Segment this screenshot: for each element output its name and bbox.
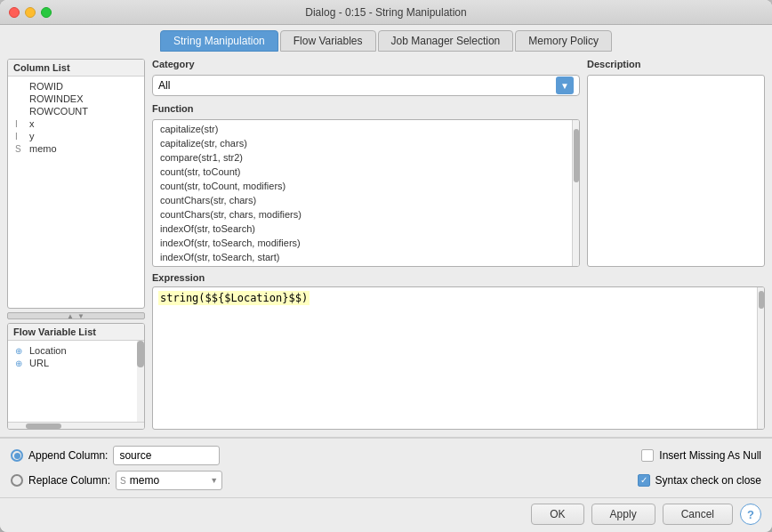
append-column-group: Append Column: xyxy=(11,446,220,465)
expression-section: Expression string($${$Location}$$) xyxy=(152,272,765,430)
right-panel: Category All ▼ Function capitalize(str) … xyxy=(152,59,765,430)
category-select-arrow: ▼ xyxy=(556,77,574,94)
column-list-label: Column List xyxy=(8,60,144,77)
cancel-button[interactable]: Cancel xyxy=(663,504,733,525)
bottom-controls: Append Column: Insert Missing As Null Re… xyxy=(0,438,772,497)
rowid-label: ROWID xyxy=(29,81,63,92)
description-col: Description xyxy=(587,59,765,267)
category-function-col: Category All ▼ Function capitalize(str) … xyxy=(152,59,580,267)
list-item[interactable]: I x xyxy=(10,117,142,130)
y-icon: I xyxy=(15,132,26,141)
x-label: x xyxy=(29,118,35,129)
func-item[interactable]: indexOf(str, toSearch) xyxy=(153,222,572,236)
flow-variable-list-label: Flow Variable List xyxy=(8,324,144,341)
tab-flow-variables[interactable]: Flow Variables xyxy=(280,30,376,52)
func-item[interactable]: count(str, toCount, modifiers) xyxy=(153,179,572,193)
column-list-content: ROWID ROWINDEX ROWCOUNT I x xyxy=(8,77,144,308)
resize-handle[interactable]: ▲ ▼ xyxy=(7,312,145,319)
controls-row2: Replace Column: S memo ▼ Syntax check on… xyxy=(11,471,761,490)
description-label: Description xyxy=(587,59,765,69)
flow-variable-list-box: Flow Variable List ⊕ Location ⊕ URL xyxy=(7,323,145,430)
func-item[interactable]: capitalize(str, chars) xyxy=(153,136,572,150)
replace-column-label: Replace Column: xyxy=(28,474,110,487)
func-item[interactable]: count(str, toCount) xyxy=(153,165,572,179)
function-scrollbar-thumb xyxy=(574,129,579,182)
expression-value: string($${$Location}$$) xyxy=(158,291,310,305)
expression-label: Expression xyxy=(152,272,765,283)
window-title: Dialog - 0:15 - String Manipulation xyxy=(305,6,466,19)
url-label: URL xyxy=(29,358,49,368)
flow-var-url[interactable]: ⊕ URL xyxy=(10,357,142,369)
window: Dialog - 0:15 - String Manipulation Stri… xyxy=(0,0,772,532)
flow-scrollbar-track xyxy=(137,341,144,422)
ok-button[interactable]: OK xyxy=(531,504,583,525)
url-icon: ⊕ xyxy=(15,359,26,368)
controls-row1: Append Column: Insert Missing As Null xyxy=(11,446,761,465)
list-item[interactable]: ROWID xyxy=(10,80,142,93)
rowindex-label: ROWINDEX xyxy=(29,93,84,104)
flow-list-scroll: ⊕ Location ⊕ URL xyxy=(8,341,144,422)
minimize-button[interactable] xyxy=(25,7,36,18)
function-list: capitalize(str) capitalize(str, chars) c… xyxy=(153,120,572,266)
flow-hscroll xyxy=(8,422,144,429)
expression-scrollbar xyxy=(757,287,764,429)
y-label: y xyxy=(29,131,35,141)
replace-column-select[interactable]: S memo ▼ xyxy=(116,471,222,490)
function-scrollbar xyxy=(572,120,579,266)
x-icon: I xyxy=(15,119,26,129)
syntax-check-label: Syntax check on close xyxy=(655,474,761,487)
function-list-box: capitalize(str) capitalize(str, chars) c… xyxy=(152,119,580,267)
insert-missing-checkbox[interactable] xyxy=(641,449,654,462)
replace-column-value: memo xyxy=(130,474,206,487)
expression-inner[interactable]: string($${$Location}$$) xyxy=(153,287,757,429)
tab-job-manager-selection[interactable]: Job Manager Selection xyxy=(378,30,514,52)
flow-hscroll-thumb xyxy=(26,423,61,429)
func-item[interactable]: capitalize(str) xyxy=(153,122,572,136)
maximize-button[interactable] xyxy=(41,7,52,18)
expression-box: string($${$Location}$$) xyxy=(152,286,765,430)
syntax-check-checkbox[interactable] xyxy=(638,474,650,487)
list-item[interactable]: ROWCOUNT xyxy=(10,105,142,117)
left-panel: Column List ROWID ROWINDEX ROWCOUNT xyxy=(7,59,145,430)
memo-icon: S xyxy=(15,144,26,154)
func-item[interactable]: compare(str1, str2) xyxy=(153,150,572,165)
replace-column-radio[interactable] xyxy=(11,474,23,487)
flow-scrollbar-thumb xyxy=(137,341,144,367)
insert-missing-group: Insert Missing As Null xyxy=(641,449,761,462)
category-value: All xyxy=(158,79,556,92)
func-item[interactable]: countChars(str, chars) xyxy=(153,193,572,207)
traffic-lights xyxy=(9,7,52,18)
func-item[interactable]: indexOf(str, toSearch, start) xyxy=(153,250,572,264)
title-bar: Dialog - 0:15 - String Manipulation xyxy=(0,0,772,25)
category-select[interactable]: All ▼ xyxy=(152,75,580,96)
column-list-box: Column List ROWID ROWINDEX ROWCOUNT xyxy=(7,59,145,309)
append-column-label: Append Column: xyxy=(28,449,108,462)
func-item[interactable]: countChars(str, chars, modifiers) xyxy=(153,207,572,222)
replace-column-arrow: ▼ xyxy=(210,476,218,485)
append-column-input[interactable] xyxy=(113,446,220,465)
insert-missing-label: Insert Missing As Null xyxy=(659,449,761,462)
location-icon: ⊕ xyxy=(15,346,26,356)
help-button[interactable]: ? xyxy=(740,504,761,525)
function-label: Function xyxy=(152,103,580,114)
resize-dots: ▲ ▼ xyxy=(67,312,85,320)
memo-label: memo xyxy=(29,143,57,154)
close-button[interactable] xyxy=(9,7,20,18)
main-content: Column List ROWID ROWINDEX ROWCOUNT xyxy=(0,52,772,437)
list-item[interactable]: ROWINDEX xyxy=(10,93,142,105)
syntax-check-group: Syntax check on close xyxy=(638,474,761,487)
tab-memory-policy[interactable]: Memory Policy xyxy=(515,30,612,52)
list-item[interactable]: S memo xyxy=(10,142,142,155)
description-box xyxy=(587,75,765,267)
tab-string-manipulation[interactable]: String Manipulation xyxy=(160,30,278,52)
category-label: Category xyxy=(152,59,580,69)
func-item[interactable]: indexOf(str, toSearch, modifiers) xyxy=(153,236,572,250)
replace-s-icon: S xyxy=(120,476,126,486)
list-item[interactable]: I y xyxy=(10,130,142,142)
flow-var-location[interactable]: ⊕ Location xyxy=(10,344,142,357)
apply-button[interactable]: Apply xyxy=(591,504,655,525)
location-label: Location xyxy=(29,345,67,356)
expression-scrollbar-thumb xyxy=(759,291,764,309)
replace-column-group: Replace Column: S memo ▼ xyxy=(11,471,222,490)
append-column-radio[interactable] xyxy=(11,449,23,462)
